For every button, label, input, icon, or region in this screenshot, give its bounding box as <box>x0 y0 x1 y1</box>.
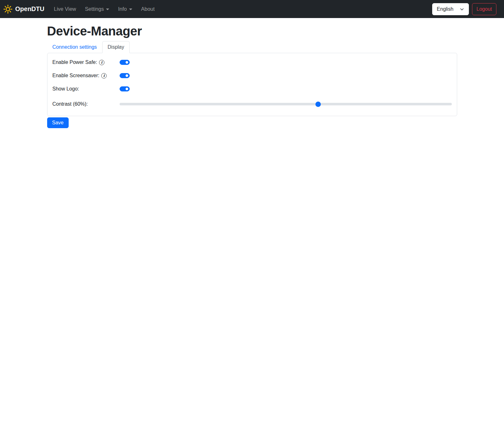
main-content: Device-Manager Connection settings Displ… <box>43 24 461 128</box>
nav-item-label: About <box>141 6 155 12</box>
logout-button[interactable]: Logout <box>472 3 496 15</box>
brand-label: OpenDTU <box>15 5 44 13</box>
contrast-slider[interactable] <box>120 103 452 105</box>
show-logo-toggle[interactable] <box>120 86 130 91</box>
nav-item-label: Info <box>118 6 127 12</box>
label-text: Show Logo: <box>53 86 79 92</box>
form-row-contrast: Contrast (60%): <box>53 100 452 108</box>
brand-link[interactable]: OpenDTU <box>3 4 44 14</box>
chevron-down-icon <box>460 7 464 11</box>
nav-item-label: Live View <box>54 6 76 12</box>
form-row-enable-power-safe: Enable Power Safe: <box>53 59 452 66</box>
tab-display[interactable]: Display <box>102 41 129 53</box>
nav-links: Live View Settings Info About <box>49 3 159 15</box>
caret-down-icon <box>129 9 132 10</box>
enable-power-safe-toggle[interactable] <box>120 60 130 65</box>
navbar: OpenDTU Live View Settings Info About En… <box>0 0 504 18</box>
sun-icon <box>3 4 13 14</box>
caret-down-icon <box>106 9 109 10</box>
page-title: Device-Manager <box>47 24 457 38</box>
label-text: Enable Power Safe: <box>53 59 97 65</box>
nav-item-about[interactable]: About <box>137 3 159 15</box>
tab-connection-settings[interactable]: Connection settings <box>47 41 103 53</box>
info-icon[interactable] <box>101 73 107 78</box>
show-logo-label: Show Logo: <box>53 86 120 92</box>
nav-item-settings[interactable]: Settings <box>81 3 114 15</box>
form-row-enable-screensaver: Enable Screensaver: <box>53 72 452 79</box>
nav-item-live-view[interactable]: Live View <box>49 3 80 15</box>
enable-screensaver-label: Enable Screensaver: <box>53 73 120 78</box>
enable-screensaver-toggle[interactable] <box>120 73 130 78</box>
contrast-label: Contrast (60%): <box>53 101 120 107</box>
nav-item-label: Settings <box>85 6 104 12</box>
language-select-value: English <box>437 6 453 12</box>
label-text: Contrast (60%): <box>53 101 88 107</box>
language-select[interactable]: English <box>432 3 469 15</box>
info-icon[interactable] <box>99 60 104 65</box>
enable-power-safe-label: Enable Power Safe: <box>53 59 120 65</box>
form-row-show-logo: Show Logo: <box>53 85 452 93</box>
tab-bar: Connection settings Display <box>47 41 457 53</box>
nav-item-info[interactable]: Info <box>114 3 137 15</box>
label-text: Enable Screensaver: <box>53 73 100 78</box>
display-settings-card: Enable Power Safe: Enable Screensaver: S… <box>47 53 457 116</box>
save-button[interactable]: Save <box>47 117 69 128</box>
